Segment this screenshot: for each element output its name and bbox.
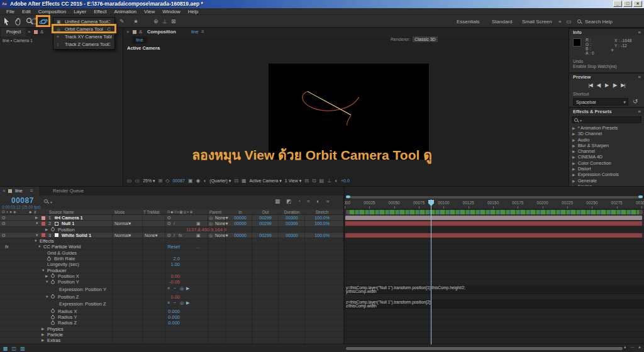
effect-name[interactable]: CC Particle World — [43, 244, 80, 250]
row-track[interactable] — [345, 332, 644, 338]
expression-pickwhip-icon[interactable]: ◎ — [180, 285, 184, 292]
out-value[interactable]: 00299 — [253, 215, 278, 221]
twirl-closed-icon[interactable]: ▶ — [572, 173, 575, 177]
camera-select[interactable]: Active Camera ▾ — [249, 179, 281, 184]
row-track[interactable] — [345, 244, 644, 250]
row-track[interactable]: z=thisComp.layer("Null 1").transform.pos… — [345, 300, 644, 309]
twirl-closed-icon[interactable]: ▶ — [572, 126, 575, 130]
close-button[interactable]: × — [633, 1, 642, 7]
property-row[interactable]: Radius Y0.000 — [0, 314, 644, 320]
mode-header[interactable]: Mode — [114, 209, 125, 215]
toggle-switches-icon[interactable]: ▩ — [3, 346, 8, 351]
trkmat-header[interactable]: T TrkMat — [143, 209, 160, 215]
stretch-header[interactable]: Stretch — [306, 209, 338, 215]
property-row[interactable]: ▶Extras — [0, 338, 644, 343]
row-track[interactable] — [345, 238, 644, 244]
expression-language-icon[interactable]: ▶ — [186, 285, 189, 292]
window-titlebar[interactable]: Ae Adobe After Effects CC 2015 - E:\376-… — [0, 0, 644, 8]
in-value[interactable]: 00000 — [228, 215, 253, 221]
property-name[interactable]: Radius Z — [58, 320, 77, 326]
cube-switch[interactable]: ▣ — [196, 221, 201, 226]
comp-button[interactable]: line — [132, 36, 147, 44]
effects-category[interactable]: ▶Expression Controls — [570, 172, 643, 177]
row-track[interactable] — [345, 314, 644, 320]
axis-mode-universal-icon[interactable]: ⊕ — [153, 18, 158, 25]
property-name[interactable]: Birth Rate — [54, 256, 75, 261]
menu-layer[interactable]: Layer — [70, 9, 90, 14]
menu-animation[interactable]: Animation — [110, 9, 140, 14]
effects-category[interactable]: ▶CINEMA 4D — [570, 154, 643, 160]
exposure-icon[interactable]: ◐ — [335, 178, 338, 184]
property-value[interactable]: 0.000 — [146, 314, 180, 320]
menu-item-track-xy-camera-tool[interactable]: +Track XY Camera ToolC — [53, 33, 114, 41]
twirl-open-icon[interactable]: ▼ — [35, 221, 38, 226]
property-value[interactable]: 1.00 — [146, 261, 180, 267]
layer-duration-bar[interactable] — [345, 233, 642, 238]
scrollbar-thumb[interactable] — [346, 347, 623, 350]
property-name[interactable]: Radius X — [58, 309, 77, 314]
effects-category[interactable]: ▶* Animation Presets — [570, 125, 643, 131]
hide-shy-icon[interactable]: ◔ — [297, 198, 301, 204]
property-name[interactable]: Longevity (sec) — [47, 261, 79, 267]
mode-select[interactable]: Normal ▾ — [114, 233, 129, 238]
eye-switch[interactable]: ʘ — [167, 221, 170, 226]
effects-category[interactable]: ▶Generate — [570, 178, 643, 184]
property-name[interactable]: Grid & Guides — [47, 250, 77, 256]
eye-switch[interactable]: ʘ — [167, 215, 170, 221]
playhead-line[interactable] — [431, 199, 431, 344]
property-row[interactable]: ▶Particle — [0, 332, 644, 338]
twirl-open-icon[interactable]: ▼ — [45, 294, 48, 300]
property-group-name[interactable]: Physics — [47, 326, 64, 332]
property-name[interactable]: Position — [58, 227, 75, 233]
axis-mode-local-icon[interactable]: ⊥ — [162, 18, 167, 25]
property-group-name[interactable]: Producer — [47, 268, 66, 273]
menu-window[interactable]: Window — [158, 9, 184, 14]
view-layout-select[interactable]: 1 View ▾ — [285, 179, 301, 184]
property-value[interactable]: 2.0 — [146, 256, 180, 261]
navigator-end-handle[interactable] — [638, 195, 643, 198]
workspace-essentials[interactable]: Essentials — [457, 19, 479, 25]
transparency-grid-icon[interactable]: ▦ — [242, 178, 247, 184]
layer-row[interactable]: ʘ▼2Null 1Normal ▾ʘ/▣◎None ▾0000000299003… — [0, 221, 644, 226]
row-track[interactable] — [345, 326, 644, 332]
parent-select[interactable]: None ▾ — [215, 221, 226, 226]
row-track[interactable] — [345, 273, 644, 279]
property-row[interactable]: Expression: Position Y≡~◎▶y=thisComp.lay… — [0, 285, 644, 294]
orbit-camera-tool[interactable] — [39, 18, 49, 26]
out-header[interactable]: Out — [253, 209, 278, 215]
toggle-inout-icon[interactable]: ▥ — [20, 346, 25, 351]
twirl-open-icon[interactable]: ▼ — [42, 268, 45, 273]
twirl-closed-icon[interactable]: ▶ — [45, 227, 48, 233]
property-group-name[interactable]: Effects — [40, 238, 54, 244]
row-track[interactable] — [345, 294, 644, 300]
workspace-standard[interactable]: Standard — [492, 19, 512, 25]
property-group-name[interactable]: Particle — [47, 332, 63, 338]
navigator-bar[interactable] — [346, 196, 643, 199]
trkmat-select[interactable]: None ▾ — [145, 233, 155, 238]
menu-edit[interactable]: Edit — [18, 9, 35, 14]
play-button[interactable]: ▶ — [605, 82, 608, 88]
pickwhip-icon[interactable]: ◎ — [209, 215, 213, 221]
source-name-header[interactable]: Source Name — [49, 209, 74, 215]
panel-menu-icon[interactable]: ≡ — [30, 187, 33, 195]
property-row[interactable]: ▼Effects — [0, 238, 644, 244]
pickwhip-icon[interactable]: ◎ — [209, 221, 213, 226]
expression-pickwhip-icon[interactable]: ◎ — [180, 300, 184, 306]
row-track[interactable] — [345, 256, 644, 261]
menu-item-track-z-camera-tool[interactable]: ↕Track Z Camera ToolC — [53, 41, 114, 48]
row-track[interactable]: y=thisComp.layer("Null 1").transform.pos… — [345, 285, 644, 294]
effect-reset-link[interactable]: Reset — [146, 244, 180, 250]
eye-switch[interactable]: ʘ — [167, 233, 170, 238]
shortcut-select[interactable]: Spacebar ▾ — [573, 98, 628, 106]
parent-select[interactable]: None ▾ — [215, 233, 226, 238]
close-icon[interactable]: × — [28, 28, 31, 36]
row-track[interactable] — [345, 261, 644, 267]
property-value[interactable]: 0.000 — [146, 309, 180, 314]
in-value[interactable]: 00000 — [228, 233, 253, 238]
stopwatch-icon[interactable] — [51, 228, 55, 231]
selection-tool[interactable] — [3, 17, 13, 26]
property-row[interactable]: Radius Z0.000 — [0, 320, 644, 326]
flowchart-button-icon[interactable]: ⊥ — [327, 178, 331, 184]
last-frame-button[interactable]: ▶| — [621, 82, 625, 88]
effects-category[interactable]: ▶Audio — [570, 137, 643, 143]
